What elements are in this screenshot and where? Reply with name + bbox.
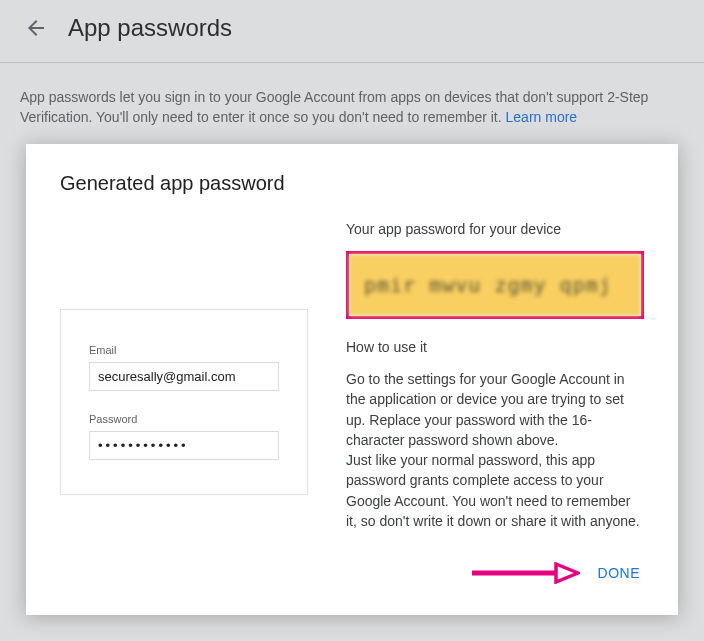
password-label: Password	[89, 413, 279, 425]
modal-left-column: Email Password	[60, 221, 308, 531]
modal-body: Email Password Your app password for you…	[60, 221, 644, 531]
modal-right-column: Your app password for your device pmir m…	[346, 221, 644, 531]
generated-password-modal: Generated app password Email Password Yo…	[26, 144, 678, 615]
email-label: Email	[89, 344, 279, 356]
how-to-use-title: How to use it	[346, 339, 644, 355]
annotation-arrow-icon	[470, 562, 580, 584]
modal-title: Generated app password	[60, 172, 644, 195]
done-button[interactable]: DONE	[594, 559, 644, 587]
app-password-heading: Your app password for your device	[346, 221, 644, 237]
generated-password-highlight: pmir mwvu zgmy qpmj	[346, 251, 644, 319]
generated-password-value[interactable]: pmir mwvu zgmy qpmj	[349, 254, 641, 316]
device-signin-card: Email Password	[60, 309, 308, 495]
password-field[interactable]	[89, 431, 279, 460]
svg-marker-1	[556, 564, 578, 582]
email-field[interactable]	[89, 362, 279, 391]
how-to-use-text: Go to the settings for your Google Accou…	[346, 369, 644, 531]
modal-footer: DONE	[60, 559, 644, 587]
